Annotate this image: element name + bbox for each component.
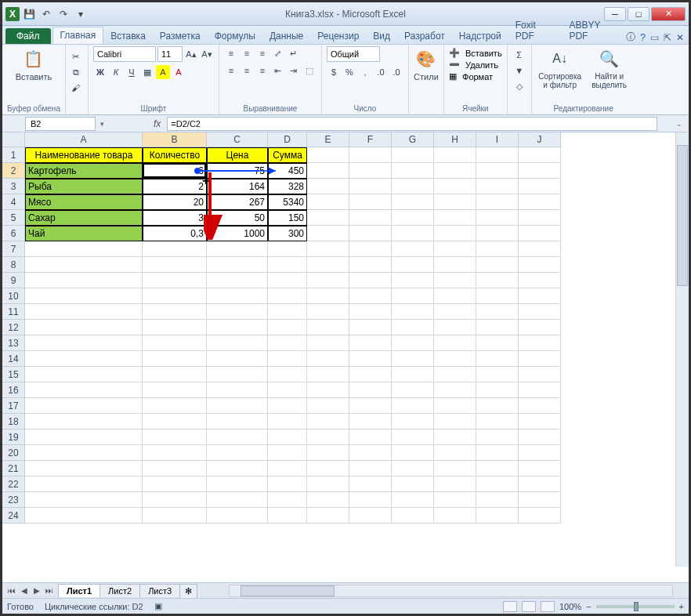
copy-icon[interactable]: ⧉ [69,65,83,79]
cell-G13[interactable] [392,335,434,351]
shrink-font-icon[interactable]: A▾ [200,47,214,61]
cell-E18[interactable] [307,414,349,429]
cell-I13[interactable] [476,335,519,351]
row-header[interactable]: 20 [2,445,25,461]
cell-E21[interactable] [307,461,349,476]
cell-F8[interactable] [349,257,392,273]
cell-D16[interactable] [268,382,307,398]
sort-filter-button[interactable]: A↓ Сортировка и фильтр [537,46,584,89]
cell-D19[interactable] [268,429,307,445]
cell-F20[interactable] [349,445,392,461]
cell-F21[interactable] [349,461,392,476]
cell-H17[interactable] [434,398,476,414]
row-header[interactable]: 12 [2,320,25,335]
cell-C14[interactable] [207,351,268,367]
cell-A20[interactable] [25,445,143,461]
cell-I4[interactable] [476,194,519,210]
cell-B15[interactable] [143,367,207,382]
cell-F3[interactable] [349,179,392,194]
row-header[interactable]: 10 [2,288,25,304]
cell-D8[interactable] [268,257,307,273]
fill-icon[interactable]: ▼ [512,63,526,78]
cell-D24[interactable] [268,508,307,524]
tab-home[interactable]: Главная [52,27,104,44]
cell-G6[interactable] [392,226,434,241]
cell-G9[interactable] [392,273,434,288]
cell-G3[interactable] [392,179,434,194]
cell-B10[interactable] [143,288,207,304]
cell-I14[interactable] [476,351,519,367]
row-header[interactable]: 6 [2,226,25,241]
cell-G14[interactable] [392,351,434,367]
cell-J4[interactable] [519,194,561,210]
cell-F5[interactable] [349,210,392,226]
cell-G2[interactable] [392,163,434,179]
cell-G4[interactable] [392,194,434,210]
percent-icon[interactable]: % [342,65,356,79]
cell-E23[interactable] [307,492,349,508]
grow-font-icon[interactable]: A▴ [184,47,198,61]
cell-C6[interactable]: 1000 [207,226,268,241]
view-layout-icon[interactable] [522,601,536,612]
cell-G10[interactable] [392,288,434,304]
undo-icon[interactable]: ↶ [40,8,52,20]
cell-B4[interactable]: 20 [143,194,207,210]
cell-C13[interactable] [207,335,268,351]
row-header[interactable]: 15 [2,367,25,382]
formula-expand-icon[interactable]: ⌄ [673,120,686,128]
cell-E20[interactable] [307,445,349,461]
cell-F24[interactable] [349,508,392,524]
cell-C2[interactable]: 75 [207,163,268,179]
align-center-icon[interactable]: ≡ [240,63,254,78]
zoom-slider-thumb[interactable] [634,602,639,611]
cell-H7[interactable] [434,241,476,257]
cell-F7[interactable] [349,241,392,257]
row-header[interactable]: 14 [2,351,25,367]
cell-A14[interactable] [25,351,143,367]
cell-F6[interactable] [349,226,392,241]
tab-data[interactable]: Данные [262,28,310,44]
cell-G12[interactable] [392,320,434,335]
cell-E16[interactable] [307,382,349,398]
cell-E19[interactable] [307,429,349,445]
insert-cells-button[interactable]: ➕ Вставить [449,48,502,58]
cell-C23[interactable] [207,492,268,508]
macro-record-icon[interactable]: ▣ [154,601,162,611]
cell-E22[interactable] [307,476,349,492]
cell-G7[interactable] [392,241,434,257]
cell-J14[interactable] [519,351,561,367]
cell-E17[interactable] [307,398,349,414]
autosum-icon[interactable]: Σ [512,48,526,62]
tab-foxit[interactable]: Foxit PDF [508,17,563,44]
row-header[interactable]: 9 [2,273,25,288]
cell-A18[interactable] [25,414,143,429]
cell-J8[interactable] [519,257,561,273]
cell-I11[interactable] [476,304,519,320]
qat-more-icon[interactable]: ▾ [74,8,87,20]
cell-B3[interactable]: 2 [143,179,207,194]
cell-A24[interactable] [25,508,143,524]
cell-D20[interactable] [268,445,307,461]
cell-J12[interactable] [519,320,561,335]
cell-G11[interactable] [392,304,434,320]
zoom-slider[interactable] [596,605,675,608]
row-header[interactable]: 2 [2,163,25,179]
cell-B12[interactable] [143,320,207,335]
cell-J10[interactable] [519,288,561,304]
italic-button[interactable]: К [109,65,123,79]
redo-icon[interactable]: ↷ [57,8,70,20]
cell-B14[interactable] [143,351,207,367]
cell-H15[interactable] [434,367,476,382]
cell-I21[interactable] [476,461,519,476]
row-header[interactable]: 16 [2,382,25,398]
cell-B17[interactable] [143,398,207,414]
cell-H19[interactable] [434,429,476,445]
font-name-combo[interactable]: Calibri [93,46,156,62]
cell-A13[interactable] [25,335,143,351]
cell-C9[interactable] [207,273,268,288]
find-select-button[interactable]: 🔍 Найти и выделить [588,46,631,89]
horizontal-scrollbar[interactable] [229,585,673,597]
column-header[interactable]: B [143,132,207,147]
column-header[interactable]: J [519,132,561,147]
cell-D15[interactable] [268,367,307,382]
